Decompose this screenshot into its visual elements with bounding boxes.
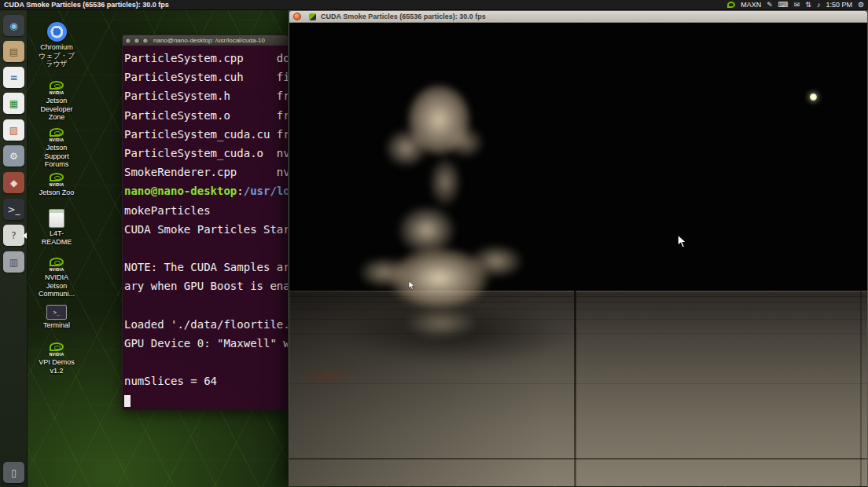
trash-icon-glyph: ▯ <box>11 468 17 478</box>
secondary-cursor-icon <box>408 280 415 291</box>
terminal-line <box>124 390 288 409</box>
impress-icon[interactable]: ▧ <box>3 119 24 141</box>
light-source-dot <box>810 93 817 101</box>
archive-icon-glyph: ▥ <box>9 258 18 267</box>
close-button[interactable] <box>293 13 301 20</box>
writer-icon-glyph: ≡ <box>9 73 17 82</box>
chromium-icon <box>47 22 67 42</box>
desktop-icon-jetson-community-label: Jetson <box>46 282 68 291</box>
files-icon[interactable]: ▤ <box>3 41 24 62</box>
terminal-line: ParticleSystem_cuda.o nv <box>124 144 288 163</box>
terminal-line: ParticleSystem.cuh fi <box>124 68 288 86</box>
readme-file-icon <box>49 209 64 228</box>
terminal-line: nano@nano-desktop:/usr/loc <box>124 181 288 200</box>
nvidia-icon: NVIDIA <box>50 81 64 95</box>
nvidia-eye-icon <box>50 81 64 90</box>
terminal-line <box>124 295 288 314</box>
volume-icon[interactable]: ♪ <box>817 0 821 10</box>
writer-icon[interactable]: ≡ <box>3 67 24 88</box>
mail-icon[interactable]: ✉ <box>794 0 800 10</box>
prompt-user-host: nano@nano-desktop <box>124 185 237 197</box>
impress-icon-glyph: ▧ <box>9 126 18 135</box>
terminal-dock-icon[interactable]: >_ <box>3 199 24 220</box>
desktop-icon-jetson-support-forums[interactable]: NVIDIAJetsonSupportForums <box>33 128 80 169</box>
terminal-line: CUDA Smoke Particles Start <box>124 220 288 239</box>
desktop-icon-chromium-label: ラウザ <box>46 60 68 68</box>
smoke-app-dock-icon-glyph: ? <box>11 231 16 240</box>
desktop-icon-vpi-demos-label: v1.2 <box>50 367 63 375</box>
terminal-line: ParticleSystem_cuda.cu fr <box>124 125 288 144</box>
smoke-render-area[interactable] <box>289 23 867 486</box>
desktop-icon-l4t-readme[interactable]: L4T-README <box>33 209 80 246</box>
terminal-line: GPU Device 0: "Maxwell" wi <box>124 334 288 353</box>
desktop-icon-vpi-demos-label: VPI Demos <box>39 358 75 367</box>
terminal-titlebar[interactable]: nano@nano-desktop: /usr/local/cuda-10 <box>122 35 289 46</box>
nvidia-eye-icon <box>50 258 64 266</box>
cuda-window-title: CUDA Smoke Particles (65536 particles): … <box>321 13 486 20</box>
floor-grid-line <box>289 458 867 460</box>
desktop-icon-jetson-community-label: Communi... <box>39 290 75 298</box>
software-center-icon-glyph: ⚙ <box>9 152 18 161</box>
desktop-icon-jetson-support-forums-label: Forums <box>45 160 69 169</box>
software-center-icon[interactable]: ⚙ <box>3 145 24 167</box>
desktop-icon-jetson-developer-zone[interactable]: NVIDIAJetsonDeveloperZone <box>33 81 80 122</box>
keyboard-icon[interactable]: ⌨ <box>778 0 789 10</box>
nvidia-wordmark: NVIDIA <box>50 90 64 95</box>
smoke-app-dock-icon[interactable]: ? <box>3 225 24 246</box>
terminal-minimize-button[interactable] <box>134 38 140 44</box>
terminal-cursor <box>124 395 131 407</box>
session-menu-icon[interactable]: ⚙ <box>858 0 864 10</box>
nvidia-icon: NVIDIA <box>50 342 64 357</box>
desktop-icon-jetson-developer-zone-label: Zone <box>49 113 65 122</box>
package-manager-icon[interactable]: ◆ <box>3 172 24 193</box>
nvidia-eye-icon <box>50 128 64 137</box>
terminal-maximize-button[interactable] <box>142 38 149 44</box>
nvidia-wordmark: NVIDIA <box>50 352 64 357</box>
dash-icon[interactable]: ◉ <box>3 15 24 36</box>
desktop-icon-chromium[interactable]: Chromiumウェブ・ブラウザ <box>33 22 80 68</box>
active-window-title: CUDA Smoke Particles (65536 particles): … <box>4 1 169 9</box>
terminal-close-button[interactable] <box>125 38 131 44</box>
floor-grid-line-vertical <box>860 291 862 486</box>
terminal-line: mokeParticles <box>124 201 288 220</box>
cuda-smoke-window[interactable]: CUDA Smoke Particles (65536 particles): … <box>289 10 868 487</box>
terminal-title: nano@nano-desktop: /usr/local/cuda-10 <box>153 37 265 44</box>
desktop-icon-terminal[interactable]: >_Terminal <box>33 305 80 330</box>
terminal-line: Loaded './data/floortile.p <box>124 315 288 334</box>
terminal-line: ParticleSystem.h fr <box>124 86 288 105</box>
terminal-window[interactable]: nano@nano-desktop: /usr/local/cuda-10 Pa… <box>122 35 289 410</box>
clock[interactable]: 1:50 PM <box>826 1 852 9</box>
desktop-icon-jetson-zoo-label: Jetson Zoo <box>39 189 75 197</box>
desktop-icon-l4t-readme-label: L4T- <box>50 229 64 238</box>
desktop-icon-chromium-label: ウェブ・ブ <box>39 52 75 60</box>
desktop-icon-jetson-community-label: NVIDIA <box>45 273 68 282</box>
power-mode-label[interactable]: MAXN <box>741 1 761 9</box>
terminal-dock-icon-glyph: >_ <box>7 205 20 214</box>
trash-icon[interactable]: ▯ <box>3 462 24 483</box>
terminal-line: numSlices = 64 <box>124 372 288 390</box>
network-icon[interactable]: ⇅ <box>805 0 811 10</box>
desktop-icon-vpi-demos[interactable]: NVIDIAVPI Demosv1.2 <box>33 342 80 375</box>
archive-icon[interactable]: ▥ <box>3 251 24 273</box>
calc-icon[interactable]: ▦ <box>3 93 24 114</box>
nvidia-logo-icon[interactable] <box>727 2 735 8</box>
terminal-line: SmokeRenderer.cpp nv <box>124 163 288 181</box>
desktop-icon-jetson-zoo[interactable]: NVIDIAJetson Zoo <box>33 173 80 197</box>
nvidia-eye-icon <box>50 342 64 351</box>
nvidia-icon: NVIDIA <box>50 258 64 272</box>
floor-grid-line <box>289 383 867 384</box>
terminal-output[interactable]: ParticleSystem.cpp doParticleSystem.cuh … <box>122 46 289 410</box>
launcher-dock: ◉▤≡▦▧⚙◆>_?▥▯ <box>0 10 28 487</box>
cuda-app-icon <box>309 13 316 20</box>
prompt-path: /usr/loc <box>244 185 289 197</box>
desktop-icon-jetson-community[interactable]: NVIDIANVIDIAJetsonCommuni... <box>33 258 80 298</box>
desktop-icon-jetson-developer-zone-label: Jetson <box>46 97 68 105</box>
mouse-cursor-icon <box>677 234 687 249</box>
prompt-separator: : <box>237 185 243 197</box>
cuda-titlebar[interactable]: CUDA Smoke Particles (65536 particles): … <box>289 11 867 23</box>
nvidia-icon: NVIDIA <box>50 173 64 187</box>
nvidia-eye-icon <box>50 173 64 181</box>
terminal-line <box>124 353 288 372</box>
input-method-icon[interactable]: ✎ <box>767 0 773 10</box>
files-icon-glyph: ▤ <box>9 47 18 57</box>
